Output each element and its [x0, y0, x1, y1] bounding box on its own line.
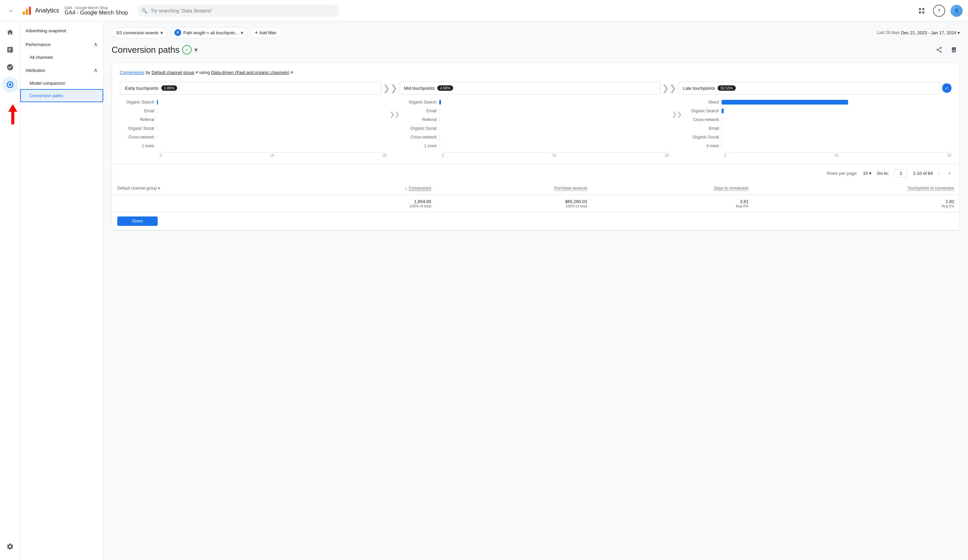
page-title-row: Conversion paths ✓ ▾	[111, 45, 197, 55]
bar-row: Organic Search	[685, 109, 951, 113]
search-container	[138, 5, 339, 17]
path-length-dropdown-icon: ▾	[240, 30, 244, 36]
pagination-nav: 1-10 of 84 ‹ ›	[913, 168, 954, 178]
filter-bar: 3/3 conversion events ▾ P Path length = …	[111, 27, 960, 38]
bar-label: Organic Social	[685, 135, 722, 139]
bar-row: Cross-network	[402, 135, 669, 139]
bar-label: Organic Social	[402, 126, 439, 131]
share-icon	[936, 46, 943, 53]
page-title: Conversion paths	[111, 45, 179, 55]
logo: Analytics	[22, 5, 59, 16]
bar-row: Cross-network	[685, 117, 951, 122]
help-button[interactable]: ?	[933, 5, 945, 17]
attribution-model-dropdown-icon[interactable]: ▾	[291, 70, 293, 75]
path-length-filter[interactable]: P Path length = all touchpoin... ▾	[170, 27, 247, 38]
svg-rect-0	[23, 12, 25, 15]
sidebar-item-explore[interactable]	[2, 59, 18, 75]
channel-group-dropdown-icon[interactable]: ▾	[196, 70, 198, 75]
bar-row: Email	[402, 109, 669, 113]
x-axis-1k: 1K	[270, 153, 274, 157]
bar-label: Referral	[402, 117, 439, 122]
go-to-label: Go to:	[877, 171, 889, 176]
chart-arrow-2-icon: ❯❯	[672, 97, 682, 118]
add-filter-button[interactable]: + Add filter	[250, 27, 281, 38]
property-sub: GA4 - Google Merch Shop	[65, 6, 128, 10]
col-header-days: Days to conversion	[593, 182, 754, 195]
subtitle-attribution-model[interactable]: Data-driven (Paid and organic channels)	[211, 70, 289, 75]
bar-label: Organic Search	[402, 100, 439, 104]
bar-label: Email	[685, 126, 722, 131]
date-range-selector[interactable]: Last 28 days Dec 21, 2023 - Jan 17, 2024…	[877, 30, 960, 35]
sidebar-item-home[interactable]	[2, 24, 18, 40]
share-button[interactable]	[933, 44, 945, 56]
sidebar-item-settings[interactable]	[2, 538, 18, 555]
subtitle-conversions[interactable]: Conversions	[120, 70, 144, 75]
x-axis-0: 0	[724, 153, 726, 157]
table-header-row: Default channel group ▾ ↓ Conversions Pu…	[112, 182, 960, 195]
next-page-button[interactable]: ›	[945, 168, 954, 178]
bar-row: Organic Search	[120, 100, 387, 104]
nav-panel: Advertising snapshot Performance ∧ All c…	[20, 22, 104, 560]
bar-row: Referral	[402, 117, 669, 122]
bar-label: Referral	[120, 117, 157, 122]
rows-dropdown-icon: ▾	[869, 171, 872, 176]
grid-icon	[918, 7, 925, 14]
nav-item-all-channels[interactable]: All channels	[20, 51, 103, 63]
app-title: Analytics	[35, 7, 59, 14]
bar-label: Organic Search	[120, 100, 157, 104]
arrow-mid-late-icon: ❯❯	[661, 84, 677, 93]
sort-icon: ↓	[405, 186, 407, 191]
bar-row: Email	[685, 126, 951, 131]
late-touchpoints-chart: Direct Organic Search Cross-network	[682, 97, 951, 157]
pagination-info: 1-10 of 84	[913, 171, 933, 176]
svg-rect-3	[919, 8, 921, 10]
chart-area: Conversions by Default channel group ▾ u…	[112, 63, 960, 164]
nav-item-advertising-snapshot[interactable]: Advertising snapshot	[20, 24, 103, 37]
bar-row: Organic Search	[402, 100, 669, 104]
search-input[interactable]	[138, 5, 339, 17]
channel-selector[interactable]: Default channel group ▾	[117, 186, 298, 191]
row-days	[593, 212, 754, 230]
nav-item-conversion-paths[interactable]: Conversion paths	[20, 89, 103, 102]
back-button[interactable]: ←	[5, 5, 18, 17]
performance-chevron-icon: ∧	[93, 41, 98, 48]
topbar-right: ? 👤	[916, 5, 963, 17]
conversion-events-filter[interactable]: 3/3 conversion events ▾	[111, 27, 167, 38]
property-name: GA4 - Google Merch Shop	[65, 10, 128, 16]
bar-row: Cross-network	[120, 135, 387, 139]
col-header-touchpoints: Touchpoints to conversion	[754, 182, 960, 195]
channel-tag: Direct	[117, 217, 157, 226]
path-length-label: Path length = all touchpoin...	[183, 30, 238, 35]
bar-label: Organic Social	[120, 126, 157, 131]
subtitle-channel-group[interactable]: Default channel group	[152, 70, 194, 75]
prev-page-button[interactable]: ‹	[934, 168, 943, 178]
date-range-label: Last 28 days	[877, 30, 900, 35]
sidebar-item-reports[interactable]	[2, 42, 18, 58]
go-to-input[interactable]	[894, 169, 907, 177]
col-header-conversions[interactable]: ↓ Conversions	[304, 182, 436, 195]
date-range-dropdown-icon: ▾	[958, 30, 960, 35]
page-header: Conversion paths ✓ ▾	[111, 44, 960, 56]
rows-per-page-selector[interactable]: 10 ▾	[863, 171, 872, 176]
nav-section-attribution[interactable]: Attribution ∧	[20, 63, 103, 77]
table-row: Direct	[112, 212, 960, 230]
bar-row: Organic Social	[402, 126, 669, 131]
row-channel: Direct	[112, 212, 304, 230]
title-check-button[interactable]: ✓	[182, 45, 192, 55]
bar-row: Email	[120, 109, 387, 113]
total-days-cell: 2.81 Avg 0%	[593, 195, 754, 212]
nav-item-model-comparison[interactable]: Model comparison	[20, 77, 103, 89]
total-revenue-cell: $65,260.03 100% of total	[437, 195, 593, 212]
bar-row: 1 more	[120, 144, 387, 148]
bar-label: Cross-network	[120, 135, 157, 139]
x-axis-1k: 1K	[835, 153, 839, 157]
bar-label: Email	[402, 109, 439, 113]
title-dropdown-icon[interactable]: ▾	[194, 46, 197, 54]
grid-button[interactable]	[916, 5, 928, 17]
property-selector[interactable]: GA4 - Google Merch Shop GA4 - Google Mer…	[65, 6, 128, 16]
sidebar-item-advertising[interactable]	[2, 77, 18, 93]
bar-label: Cross-network	[402, 135, 439, 139]
compare-button[interactable]	[948, 44, 960, 56]
avatar[interactable]: 👤	[950, 5, 963, 17]
nav-section-performance[interactable]: Performance ∧	[20, 37, 103, 51]
